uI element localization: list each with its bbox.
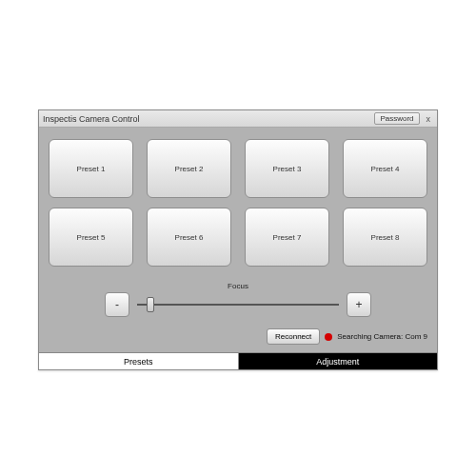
preset-button-5[interactable]: Preset 5 (49, 208, 133, 267)
focus-minus-button[interactable]: - (105, 292, 129, 317)
tab-presets[interactable]: Presets (39, 353, 239, 369)
focus-label: Focus (49, 282, 427, 290)
tab-adjustment[interactable]: Adjustment (239, 353, 438, 369)
focus-slider[interactable] (137, 298, 339, 311)
status-row: Reconnect Searching Camera: Com 9 (49, 328, 427, 345)
focus-section: Focus - + (49, 282, 427, 317)
focus-controls: - + (49, 292, 427, 317)
reconnect-button[interactable]: Reconnect (267, 328, 320, 345)
preset-button-2[interactable]: Preset 2 (147, 139, 231, 198)
password-button[interactable]: Password (374, 112, 419, 125)
preset-grid: Preset 1 Preset 2 Preset 3 Preset 4 Pres… (49, 139, 427, 267)
preset-button-3[interactable]: Preset 3 (245, 139, 329, 198)
preset-button-7[interactable]: Preset 7 (245, 208, 329, 267)
status-text: Searching Camera: Com 9 (337, 332, 427, 341)
status-indicator-icon (325, 333, 332, 341)
window-title: Inspectis Camera Control (43, 114, 374, 124)
close-icon[interactable]: x (424, 114, 434, 124)
titlebar: Inspectis Camera Control Password x (39, 110, 437, 128)
preset-button-4[interactable]: Preset 4 (343, 139, 427, 198)
focus-plus-button[interactable]: + (347, 292, 371, 317)
preset-button-6[interactable]: Preset 6 (147, 208, 231, 267)
tab-bar: Presets Adjustment (39, 352, 437, 369)
focus-slider-wrap (133, 298, 343, 311)
preset-button-1[interactable]: Preset 1 (49, 139, 133, 198)
preset-button-8[interactable]: Preset 8 (343, 208, 427, 267)
camera-control-window: Inspectis Camera Control Password x Pres… (38, 109, 438, 370)
content-area: Preset 1 Preset 2 Preset 3 Preset 4 Pres… (39, 128, 437, 352)
